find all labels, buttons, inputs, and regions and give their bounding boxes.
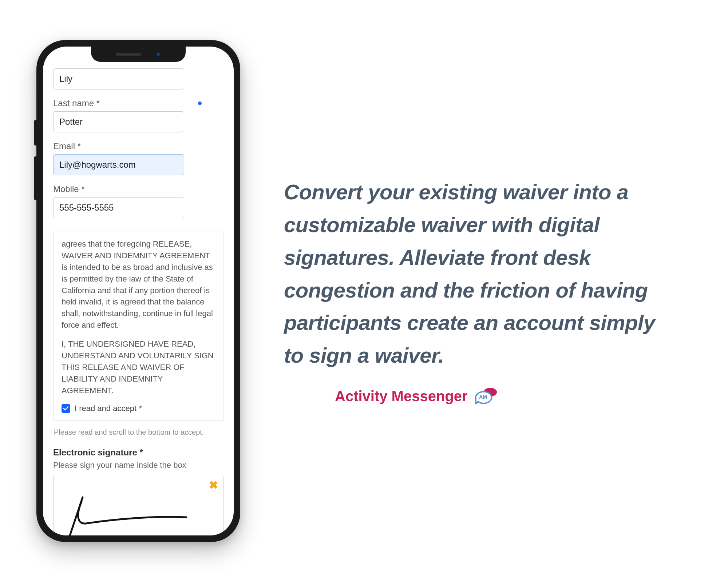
waiver-paragraph-1: agrees that the foregoing RELEASE, WAIVE… — [62, 238, 215, 331]
last-name-label-text: Last name * — [53, 98, 100, 108]
last-name-field: Last name * — [53, 98, 223, 132]
signature-heading: Electronic signature * — [53, 447, 223, 458]
brand-block: Activity Messenger AM — [335, 386, 677, 406]
brand-badge-text: AM — [479, 394, 487, 400]
marketing-panel: Convert your existing waiver into a cust… — [284, 176, 692, 406]
waiver-text-box[interactable]: agrees that the foregoing RELEASE, WAIVE… — [53, 231, 223, 421]
email-field: Email * — [53, 141, 223, 175]
last-name-label: Last name * — [53, 98, 223, 108]
email-label: Email * — [53, 141, 223, 151]
accept-row[interactable]: I read and accept * — [62, 404, 215, 413]
brand-logo-icon: AM — [473, 386, 498, 406]
first-name-input[interactable] — [53, 68, 184, 89]
waiver-form-screen: Last name * Email * Mobile * — [43, 47, 234, 535]
check-icon — [63, 406, 69, 411]
phone-screen-area: Last name * Email * Mobile * — [43, 47, 234, 535]
last-name-input[interactable] — [53, 111, 184, 132]
phone-mockup: Last name * Email * Mobile * — [36, 40, 240, 542]
signature-stroke — [55, 490, 194, 535]
waiver-paragraph-2: I, THE UNDERSIGNED HAVE READ, UNDERSTAND… — [62, 338, 215, 396]
autofill-indicator-icon — [198, 101, 202, 105]
page-container: Last name * Email * Mobile * — [0, 0, 728, 582]
scroll-hint: Please read and scroll to the bottom to … — [54, 428, 223, 436]
clear-signature-icon[interactable]: ✖ — [209, 480, 218, 491]
speaker-grill — [116, 53, 141, 56]
signature-subheading: Please sign your name inside the box — [53, 461, 223, 470]
mobile-field: Mobile * — [53, 184, 223, 218]
brand-name: Activity Messenger — [335, 388, 468, 404]
phone-notch — [91, 47, 186, 62]
mobile-input[interactable] — [53, 197, 184, 218]
marketing-headline: Convert your existing waiver into a cust… — [284, 176, 677, 372]
accept-checkbox[interactable] — [62, 404, 70, 413]
signature-pad[interactable]: ✖ — [53, 476, 223, 535]
front-camera-icon — [156, 52, 161, 57]
mobile-label: Mobile * — [53, 184, 223, 194]
email-input[interactable] — [53, 154, 184, 175]
phone-frame: Last name * Email * Mobile * — [36, 40, 240, 542]
accept-label: I read and accept * — [75, 404, 142, 413]
first-name-field — [53, 68, 223, 89]
